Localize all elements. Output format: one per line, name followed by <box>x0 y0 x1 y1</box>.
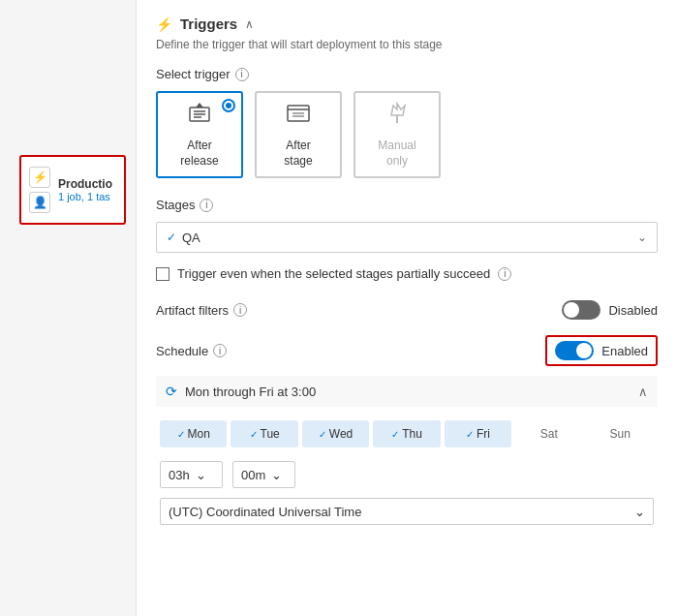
minute-value: 00m <box>241 468 265 482</box>
day-thu-check: ✓ <box>391 429 399 440</box>
partial-success-checkbox[interactable] <box>156 267 169 281</box>
after-release-icon <box>186 100 213 133</box>
minute-select[interactable]: 00m ⌄ <box>232 461 295 488</box>
hour-select[interactable]: 03h ⌄ <box>160 461 223 488</box>
collapse-button[interactable]: ∧ <box>245 17 254 31</box>
day-mon[interactable]: ✓ Mon <box>160 420 227 447</box>
day-fri-label: Fri <box>477 427 490 441</box>
manual-only-label: Manualonly <box>378 139 415 169</box>
stage-info: Productio 1 job, 1 tas <box>58 177 112 202</box>
day-fri[interactable]: ✓ Fri <box>445 420 511 447</box>
day-sun-label: Sun <box>610 427 631 441</box>
schedule-clock-icon: ⟳ <box>166 384 177 399</box>
schedule-collapse-icon[interactable]: ∧ <box>638 385 648 399</box>
panel-subtitle: Define the trigger that will start deplo… <box>156 38 658 51</box>
select-trigger-info-icon[interactable]: i <box>235 68 249 81</box>
artifact-filters-toggle[interactable]: Disabled <box>562 300 658 320</box>
artifact-filters-toggle-label: Disabled <box>608 303 658 318</box>
panel-header: ⚡ Triggers ∧ <box>156 15 658 32</box>
day-wed[interactable]: ✓ Wed <box>302 420 369 447</box>
day-sun[interactable]: Sun <box>587 420 654 447</box>
stage-card[interactable]: ⚡ 👤 Productio 1 job, 1 tas <box>19 155 126 225</box>
stage-subtitle: 1 job, 1 tas <box>58 191 112 202</box>
artifact-filters-label: Artifact filters i <box>156 303 247 318</box>
stages-row: Stages i ✓ QA ⌄ <box>156 198 658 253</box>
checkbox-row: Trigger even when the selected stages pa… <box>156 266 658 281</box>
main-panel: ⚡ Triggers ∧ Define the trigger that wil… <box>136 0 677 616</box>
minute-chevron-icon: ⌄ <box>271 468 282 482</box>
timezone-row: (UTC) Coordinated Universal Time ⌄ <box>156 498 658 525</box>
stages-label: Stages i <box>156 198 658 212</box>
timezone-chevron-icon: ⌄ <box>634 505 645 519</box>
day-wed-label: Wed <box>329 427 353 441</box>
sidebar: ⚡ 👤 Productio 1 job, 1 tas <box>0 0 136 616</box>
schedule-thumb <box>576 343 592 358</box>
day-wed-check: ✓ <box>319 429 326 440</box>
trigger-options: Afterrelease Afterstage Ma <box>156 91 658 178</box>
day-tue-check: ✓ <box>250 429 258 440</box>
svg-marker-4 <box>196 103 203 108</box>
checkbox-label: Trigger even when the selected stages pa… <box>177 266 490 281</box>
days-grid: ✓ Mon ✓ Tue ✓ Wed ✓ Thu ✓ Fri Sat Sun <box>156 420 658 447</box>
artifact-filters-thumb <box>564 302 579 318</box>
day-mon-check: ✓ <box>177 429 185 440</box>
after-release-label: Afterrelease <box>180 139 218 169</box>
panel-title: Triggers <box>180 15 237 32</box>
trigger-manual-only[interactable]: Manualonly <box>354 91 441 178</box>
schedule-toggle-label: Enabled <box>601 344 648 358</box>
day-thu-label: Thu <box>402 427 422 441</box>
schedule-track <box>555 341 594 360</box>
artifact-filters-track <box>562 300 600 320</box>
stage-icons: ⚡ 👤 <box>29 167 50 213</box>
artifact-filters-info-icon[interactable]: i <box>233 303 247 317</box>
triggers-icon: ⚡ <box>156 16 172 32</box>
schedule-toggle-wrapper: Enabled <box>545 335 658 366</box>
manual-only-icon <box>384 100 411 133</box>
day-sat-label: Sat <box>540 427 558 441</box>
day-fri-check: ✓ <box>466 429 474 440</box>
radio-selected <box>222 99 235 112</box>
day-thu[interactable]: ✓ Thu <box>373 420 440 447</box>
trigger-after-stage[interactable]: Afterstage <box>255 91 342 178</box>
user-icon: 👤 <box>29 192 50 213</box>
stages-dropdown[interactable]: ✓ QA ⌄ <box>156 222 658 253</box>
trigger-after-release[interactable]: Afterrelease <box>156 91 243 178</box>
timezone-select[interactable]: (UTC) Coordinated Universal Time ⌄ <box>160 498 654 525</box>
schedule-label: Schedule i <box>156 344 227 358</box>
after-stage-label: Afterstage <box>284 139 312 169</box>
select-trigger-label: Select trigger i <box>156 67 658 81</box>
day-mon-label: Mon <box>188 427 210 441</box>
artifact-filters-row: Artifact filters i Disabled <box>156 300 658 320</box>
checkbox-info-icon[interactable]: i <box>498 267 511 281</box>
schedule-summary: Mon through Fri at 3:00 <box>185 385 631 399</box>
timezone-value: (UTC) Coordinated Universal Time <box>169 505 361 519</box>
schedule-row: Schedule i Enabled <box>156 335 658 366</box>
day-tue[interactable]: ✓ Tue <box>231 420 297 447</box>
time-row: 03h ⌄ 00m ⌄ <box>156 461 658 488</box>
stages-value: ✓ QA <box>167 231 200 245</box>
stages-chevron-icon: ⌄ <box>637 231 647 244</box>
hour-value: 03h <box>169 468 190 482</box>
trigger-icon: ⚡ <box>29 167 50 188</box>
schedule-summary-row: ⟳ Mon through Fri at 3:00 ∧ <box>156 376 658 407</box>
check-icon: ✓ <box>167 231 176 244</box>
schedule-info-icon[interactable]: i <box>213 344 227 357</box>
day-sat[interactable]: Sat <box>515 420 582 447</box>
hour-chevron-icon: ⌄ <box>196 468 206 482</box>
day-tue-label: Tue <box>261 427 280 441</box>
stage-title: Productio <box>58 177 112 191</box>
stages-info-icon[interactable]: i <box>200 199 213 212</box>
after-stage-icon <box>285 100 312 133</box>
schedule-toggle[interactable]: Enabled <box>555 341 648 360</box>
